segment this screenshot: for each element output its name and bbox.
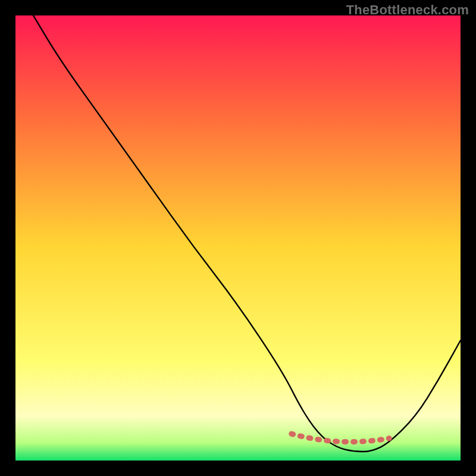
svg-rect-0 <box>15 15 461 461</box>
watermark-text: TheBottleneck.com <box>346 2 469 18</box>
chart-frame: TheBottleneck.com <box>0 0 476 476</box>
plot-area <box>15 15 461 461</box>
gradient-background <box>15 15 461 461</box>
